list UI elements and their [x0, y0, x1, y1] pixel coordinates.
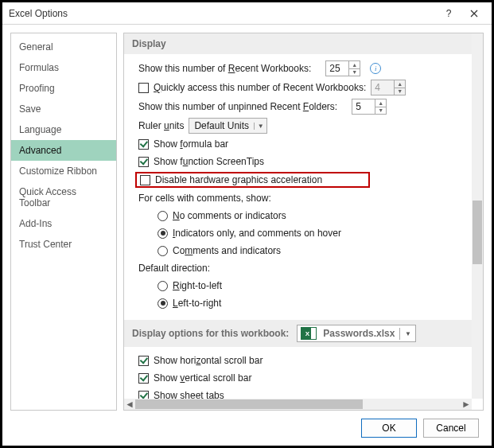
sidebar-item-customize-ribbon[interactable]: Customize Ribbon: [11, 161, 116, 181]
vertical-scrollbar[interactable]: [472, 33, 483, 399]
scrollbar-thumb[interactable]: [473, 201, 482, 264]
unpinned-folders-spinner[interactable]: ▲▼: [352, 99, 387, 115]
main-scroll-area: Display Show this number of Recent Workb…: [124, 33, 483, 410]
direction-radio-rtl[interactable]: [158, 281, 168, 291]
ruler-units-row: Ruler units Default Units ▼: [124, 116, 472, 135]
disable-hw-label: Disable hardware graphics acceleration: [155, 174, 322, 185]
sidebar-item-quick-access[interactable]: Quick Access Toolbar: [11, 181, 116, 213]
vscroll-row: Show vertical scroll bar: [124, 369, 472, 387]
close-icon: [470, 10, 478, 18]
tabs-checkbox[interactable]: [138, 391, 149, 399]
ok-button[interactable]: OK: [361, 419, 417, 438]
sidebar-item-trust-center[interactable]: Trust Center: [11, 234, 116, 255]
scroll-right-icon[interactable]: ►: [461, 399, 472, 410]
info-icon[interactable]: i: [370, 63, 381, 74]
close-button[interactable]: [461, 5, 487, 22]
comments-radio-both[interactable]: [158, 246, 168, 256]
hscroll-checkbox[interactable]: [138, 356, 149, 366]
disable-hw-row: Disable hardware graphics acceleration: [124, 170, 472, 189]
show-screentips-row: Show function ScreenTips: [124, 153, 472, 170]
horizontal-scrollbar[interactable]: ◄ ►: [124, 399, 472, 410]
quick-access-input: [371, 80, 394, 95]
recent-workbooks-row: Show this number of Recent Workbooks: ▲▼…: [124, 59, 472, 78]
quick-access-row: Quickly access this number of Recent Wor…: [124, 78, 472, 97]
category-sidebar: General Formulas Proofing Save Language …: [10, 33, 117, 411]
vscroll-checkbox[interactable]: [138, 373, 149, 384]
sidebar-item-formulas[interactable]: Formulas: [11, 57, 116, 78]
comments-header: For cells with comments, show:: [124, 189, 472, 207]
tabs-row: Show sheet tabs: [124, 387, 472, 399]
show-screentips-checkbox[interactable]: [138, 157, 149, 167]
direction-radio-ltr[interactable]: [158, 298, 168, 309]
hscroll-row: Show horizontal scroll bar: [124, 352, 472, 369]
unpinned-folders-row: Show this number of unpinned Recent Fold…: [124, 97, 472, 116]
disable-hw-highlight: Disable hardware graphics acceleration: [135, 172, 370, 188]
comments-opt-indicators: Indicators only, and comments on hover: [124, 224, 472, 242]
sidebar-item-language[interactable]: Language: [11, 119, 116, 140]
main-panel: Display Show this number of Recent Workb…: [123, 33, 484, 411]
cancel-button[interactable]: Cancel: [423, 419, 479, 438]
comments-opt-none: No comments or indicators: [124, 207, 472, 224]
direction-header: Default direction:: [124, 259, 472, 277]
comments-radio-indicators[interactable]: [158, 228, 168, 239]
excel-options-dialog: Excel Options ? General Formulas Proofin…: [0, 0, 494, 448]
spin-down-icon[interactable]: ▼: [349, 69, 360, 76]
quick-access-spinner: ▲▼: [371, 80, 406, 95]
scrollbar-thumb[interactable]: [135, 399, 363, 409]
workbook-select[interactable]: X Passwords.xlsx ▼: [297, 325, 416, 342]
display-section-header: Display: [124, 33, 472, 54]
chevron-down-icon: ▼: [254, 123, 266, 130]
sidebar-item-proofing[interactable]: Proofing: [11, 78, 116, 99]
comments-opt-both: Comments and indicators: [124, 242, 472, 259]
sidebar-item-advanced[interactable]: Advanced: [11, 140, 116, 161]
help-button[interactable]: ?: [436, 5, 461, 22]
dialog-body: General Formulas Proofing Save Language …: [2, 25, 492, 411]
comments-radio-none[interactable]: [158, 211, 168, 221]
workbook-section-header: Display options for this workbook: X Pas…: [124, 320, 472, 347]
disable-hw-checkbox[interactable]: [140, 175, 150, 185]
titlebar: Excel Options ?: [2, 2, 492, 25]
quick-access-checkbox[interactable]: [138, 83, 149, 93]
dialog-footer: OK Cancel: [2, 411, 492, 446]
recent-workbooks-input[interactable]: [326, 61, 348, 76]
show-formula-bar-checkbox[interactable]: [138, 139, 149, 150]
sidebar-item-save[interactable]: Save: [11, 99, 116, 119]
direction-opt-ltr: Left-to-right: [124, 294, 472, 312]
sidebar-item-addins[interactable]: Add-Ins: [11, 213, 116, 234]
recent-workbooks-spinner[interactable]: ▲▼: [325, 60, 360, 76]
sidebar-item-general[interactable]: General: [11, 37, 116, 57]
direction-opt-rtl: Right-to-left: [124, 277, 472, 294]
show-formula-bar-row: Show formula bar: [124, 135, 472, 153]
spin-up-icon[interactable]: ▲: [349, 61, 360, 69]
ruler-units-select[interactable]: Default Units ▼: [189, 118, 267, 134]
excel-file-icon: X: [301, 327, 313, 340]
scroll-left-icon[interactable]: ◄: [124, 399, 135, 410]
window-title: Excel Options: [9, 8, 436, 19]
unpinned-folders-input[interactable]: [352, 99, 375, 114]
chevron-down-icon: ▼: [399, 328, 415, 340]
